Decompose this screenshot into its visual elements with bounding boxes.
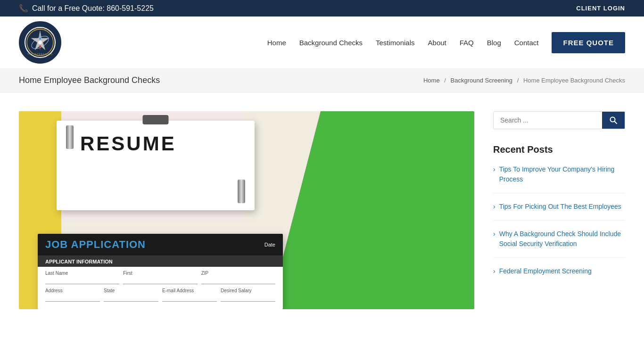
nav-faq[interactable]: FAQ [460,39,474,47]
field-last-name: Last Name [45,271,119,284]
nav-home[interactable]: Home [267,39,286,47]
main-nav: Home Background Checks Testimonials Abou… [267,32,625,53]
resume-text: RESUME [80,132,245,155]
post-link-4[interactable]: Federal Employment Screening [499,266,592,276]
post-link-1[interactable]: Tips To Improve Your Company's Hiring Pr… [499,165,625,184]
svg-line-10 [615,122,617,124]
article-image: RESUME JOB APPLICATION Date APPLICANT IN… [19,111,474,309]
search-input[interactable] [494,112,602,129]
job-app-clipboard: JOB APPLICATION Date APPLICANT INFORMATI… [38,234,283,309]
svg-text:SOURCE: SOURCE [33,27,46,30]
field-line [162,294,217,302]
arrow-icon-2: › [493,203,495,210]
breadcrumb-bar: Home Employee Background Checks Home / B… [0,69,644,92]
main-content: RESUME JOB APPLICATION Date APPLICANT IN… [0,92,644,328]
client-login-button[interactable]: CLIENT LOGIN [576,5,625,12]
list-item: › Tips For Picking Out The Best Employee… [493,202,625,221]
logo-circle: THE SCREENING SOURCE [19,21,61,64]
fields-row-1: Last Name First ZIP [45,271,275,284]
applicant-info-label: APPLICANT INFORMATION [45,259,113,264]
recent-posts-list: › Tips To Improve Your Company's Hiring … [493,165,625,285]
sidebar: Recent Posts › Tips To Improve Your Comp… [493,111,625,309]
resume-content: RESUME [57,121,255,162]
field-salary: Desired Salary [221,288,275,302]
free-quote-button[interactable]: FREE QUOTE [552,32,625,53]
field-address: Address [45,288,100,302]
breadcrumb-screening[interactable]: Background Screening [451,77,513,84]
nav-about[interactable]: About [428,39,446,47]
job-app-fields: Last Name First ZIP [38,267,283,309]
search-button[interactable] [602,112,625,129]
resume-clipboard: RESUME [57,121,255,210]
post-link-3[interactable]: Why A Background Check Should Include So… [499,229,625,249]
nav-background-checks[interactable]: Background Checks [299,39,363,47]
arrow-icon-4: › [493,267,495,275]
field-zip: ZIP [201,271,275,284]
logo-svg: THE SCREENING SOURCE [24,26,57,59]
date-label: Date [264,242,275,247]
list-item: › Federal Employment Screening [493,266,625,285]
arrow-icon-3: › [493,230,495,238]
nav-contact[interactable]: Contact [514,39,539,47]
field-email: E-mail Address [162,288,217,302]
nav-blog[interactable]: Blog [487,39,501,47]
job-app-header: JOB APPLICATION Date [38,234,283,255]
logo[interactable]: THE SCREENING SOURCE [19,21,61,64]
top-bar: 📞 Call for a Free Quote: 860-591-5225 CL… [0,0,644,16]
breadcrumb-sep-2: / [517,77,519,84]
post-link-2[interactable]: Tips For Picking Out The Best Employees [499,202,621,212]
clip-right [238,180,245,203]
phone-text: Call for a Free Quote: 860-591-5225 [32,4,154,13]
resume-scene: RESUME JOB APPLICATION Date APPLICANT IN… [19,111,474,309]
breadcrumb: Home / Background Screening / Home Emplo… [423,77,625,84]
list-item: › Tips To Improve Your Company's Hiring … [493,165,625,193]
svg-text:THE SCREENING: THE SCREENING [27,53,53,56]
page-title: Home Employee Background Checks [19,75,160,85]
recent-posts-title: Recent Posts [493,144,625,155]
binder-top [143,115,169,124]
job-app-title: JOB APPLICATION [45,239,146,251]
list-item: › Why A Background Check Should Include … [493,229,625,258]
search-icon [610,116,617,124]
nav-testimonials[interactable]: Testimonials [376,39,415,47]
breadcrumb-current: Home Employee Background Checks [523,77,625,84]
field-line [45,294,100,302]
fields-row-2: Address State E-mail Address [45,288,275,302]
site-header: THE SCREENING SOURCE Home Background Che… [0,16,644,69]
field-first: First [123,271,197,284]
field-line [123,277,197,284]
svg-point-6 [38,41,42,44]
field-line [45,277,119,284]
phone-icon: 📞 [19,4,28,13]
applicant-info-bar: APPLICANT INFORMATION [38,255,283,267]
arrow-icon-1: › [493,165,495,173]
article-area: RESUME JOB APPLICATION Date APPLICANT IN… [19,111,474,309]
breadcrumb-home[interactable]: Home [423,77,440,84]
field-line [201,277,275,284]
field-line [104,294,158,302]
search-box [493,111,625,129]
field-line [221,294,275,302]
breadcrumb-sep-1: / [444,77,446,84]
field-state: State [104,288,158,302]
phone-info: 📞 Call for a Free Quote: 860-591-5225 [19,4,154,13]
clip-left [66,125,74,149]
